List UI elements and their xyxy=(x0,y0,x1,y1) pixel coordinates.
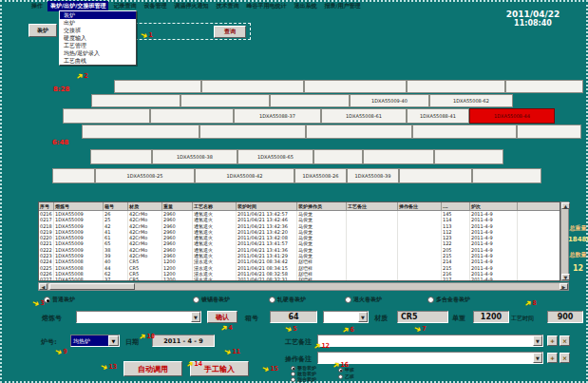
menu-item[interactable]: 调温停火通知 xyxy=(171,1,211,11)
menu-dropdown-item[interactable]: 装炉 xyxy=(60,11,136,19)
operate-note-add-button[interactable]: + xyxy=(547,353,558,363)
radio-dot-icon[interactable] xyxy=(291,372,295,376)
furnace-slot[interactable] xyxy=(199,124,306,139)
menu-dropdown-item[interactable]: 工艺曲线 xyxy=(60,57,136,65)
load-button[interactable]: 装炉 xyxy=(28,24,57,37)
furnace-slot[interactable]: 1DXA55088-41 xyxy=(407,108,469,124)
menu-dropdown-item[interactable]: 均热/退炉录入 xyxy=(60,49,136,57)
furnace-slot[interactable]: 1DXA55008-62 xyxy=(429,94,513,107)
menu-item[interactable]: 记录查询 xyxy=(110,1,139,11)
radio-dot-icon[interactable] xyxy=(338,368,343,373)
furnace-slot[interactable] xyxy=(91,94,180,107)
furnace-slot[interactable]: 1DXA55008-39 xyxy=(347,168,399,183)
process-note-combobox[interactable]: ▼ xyxy=(317,335,543,347)
furnace-slot[interactable] xyxy=(363,149,434,164)
furnace-slot[interactable]: 1DXA55009-40 xyxy=(350,94,429,107)
radio-option[interactable]: 混合装炉 xyxy=(291,376,316,382)
radio-dot-icon[interactable] xyxy=(269,297,275,303)
table-header-cell[interactable]: 材质 xyxy=(128,202,162,210)
menu-item[interactable]: 操作 xyxy=(28,1,46,11)
radio-dot-icon[interactable] xyxy=(345,297,351,303)
furnace-slot[interactable] xyxy=(90,149,152,164)
grade-combobox[interactable]: ▼ xyxy=(323,311,369,323)
menu-dropdown-item[interactable]: 硬度输入 xyxy=(60,34,136,42)
table-header-cell[interactable]: 工艺名称 xyxy=(193,202,237,210)
menu-dropdown-item[interactable]: 工艺管理 xyxy=(60,42,136,49)
radio-dot-icon[interactable] xyxy=(427,297,434,303)
furnace-slot[interactable] xyxy=(505,80,583,93)
scroll-down-icon[interactable]: ▼ xyxy=(561,274,570,280)
melt-no-combobox[interactable]: ▼ xyxy=(76,311,201,323)
radio-option[interactable]: 甲班 xyxy=(338,367,354,373)
furnace-slot[interactable] xyxy=(412,124,517,139)
scroll-left-icon[interactable]: ◀ xyxy=(39,283,47,290)
table-header-cell[interactable]: 熔炼号 xyxy=(54,202,104,210)
menu-dropdown-item[interactable]: 交接班 xyxy=(60,27,136,34)
furnace-slot[interactable]: 1DXA55088-37 xyxy=(234,108,321,124)
radio-dot-icon[interactable] xyxy=(193,297,199,303)
chevron-down-icon[interactable]: ▼ xyxy=(191,312,200,322)
furnace-slot[interactable] xyxy=(304,80,407,93)
furnace-slot[interactable] xyxy=(434,149,503,164)
radio-option[interactable]: 轧硬卷装炉 xyxy=(269,296,306,304)
query-button[interactable]: 查询 xyxy=(214,26,246,38)
furnace-slot[interactable]: 1DXA55008-42 xyxy=(195,168,294,183)
furnace-slot[interactable] xyxy=(306,124,412,139)
furnace-slot[interactable]: 1DXA55008-44 xyxy=(469,108,555,124)
table-header-cell[interactable]: 炉次 xyxy=(470,202,518,210)
furnace-slot[interactable] xyxy=(472,168,541,183)
chevron-down-icon[interactable]: ▼ xyxy=(108,335,119,346)
radio-option[interactable]: 乙班 xyxy=(338,373,354,379)
furnace-slot[interactable] xyxy=(201,80,304,93)
furnace-slot[interactable]: 1DXA55008-25 xyxy=(95,168,195,183)
scroll-right-icon[interactable]: ▶ xyxy=(560,283,568,290)
manual-input-button[interactable]: 手工输入 xyxy=(190,361,249,376)
chevron-down-icon[interactable]: ▼ xyxy=(358,312,368,322)
chevron-down-icon[interactable]: ▼ xyxy=(533,335,542,346)
furnace-slot[interactable] xyxy=(63,108,150,124)
radio-option[interactable]: 退火卷装炉 xyxy=(345,296,382,304)
operate-note-combobox[interactable]: ▼ xyxy=(317,352,543,364)
furnace-slot[interactable] xyxy=(150,108,234,124)
menu-item[interactable]: 设备管理 xyxy=(141,1,169,11)
chevron-down-icon[interactable]: ▼ xyxy=(533,353,542,363)
furnace-slot[interactable] xyxy=(517,124,581,139)
furnace-no-select[interactable]: 均热炉 ▼ xyxy=(70,335,120,347)
auto-call-button[interactable]: 自动调用 xyxy=(123,361,182,376)
furnace-slot[interactable]: 1DXA55008-61 xyxy=(321,108,407,124)
scroll-up-icon[interactable]: ▲ xyxy=(561,202,570,209)
table-header-cell[interactable]: 重量 xyxy=(162,202,193,210)
process-note-add-button[interactable]: + xyxy=(547,335,558,346)
operate-note-delete-button[interactable]: × xyxy=(560,353,570,363)
menu-item[interactable]: 峰谷平用电统计 xyxy=(243,1,289,11)
furnace-slot[interactable]: 1DXA55008-26 xyxy=(294,168,347,183)
table-horizontal-scrollbar[interactable]: ◀ ▶ xyxy=(38,282,569,291)
scroll-thumb[interactable] xyxy=(49,283,135,290)
table-row[interactable]: 02271DXA5500837CR51200浸水退火2011/04/21 08:… xyxy=(39,277,560,281)
furnace-slot[interactable]: 1DXA55008-65 xyxy=(237,149,313,164)
furnace-slot[interactable] xyxy=(313,149,363,164)
furnace-slot[interactable] xyxy=(407,80,505,93)
radio-dot-icon[interactable] xyxy=(291,377,295,382)
radio-option[interactable]: 普通装炉 xyxy=(44,296,75,304)
radio-option[interactable]: 镀锡卷装炉 xyxy=(193,296,230,304)
furnace-slot[interactable] xyxy=(82,124,199,139)
furnace-slot[interactable]: 1DXA55008-38 xyxy=(152,149,237,164)
furnace-slot[interactable] xyxy=(180,94,270,107)
menu-item[interactable]: 报表/用户管理 xyxy=(321,1,363,11)
table-header-cell[interactable]: 序号 xyxy=(39,202,54,210)
menu-item[interactable]: 退出系统 xyxy=(291,1,319,11)
table-header-cell[interactable]: 操作备注 xyxy=(398,202,442,210)
table-header-cell[interactable]: 箱号 xyxy=(104,202,128,210)
table-header-cell[interactable]: 装炉时间 xyxy=(237,202,297,210)
furnace-slot[interactable] xyxy=(270,94,350,107)
furnace-slot[interactable] xyxy=(114,80,201,93)
menu-item[interactable]: 装炉/出炉/交接班管理 xyxy=(47,1,108,11)
furnace-slot[interactable] xyxy=(52,168,95,183)
menu-dropdown-item[interactable]: 出炉 xyxy=(60,19,136,27)
table-header-cell[interactable]: 工艺备注 xyxy=(347,202,398,210)
process-note-delete-button[interactable]: × xyxy=(560,335,570,346)
menu-item[interactable]: 技术查询 xyxy=(213,1,241,11)
radio-dot-icon[interactable] xyxy=(338,374,343,379)
confirm-button[interactable]: 确认 xyxy=(207,311,237,323)
